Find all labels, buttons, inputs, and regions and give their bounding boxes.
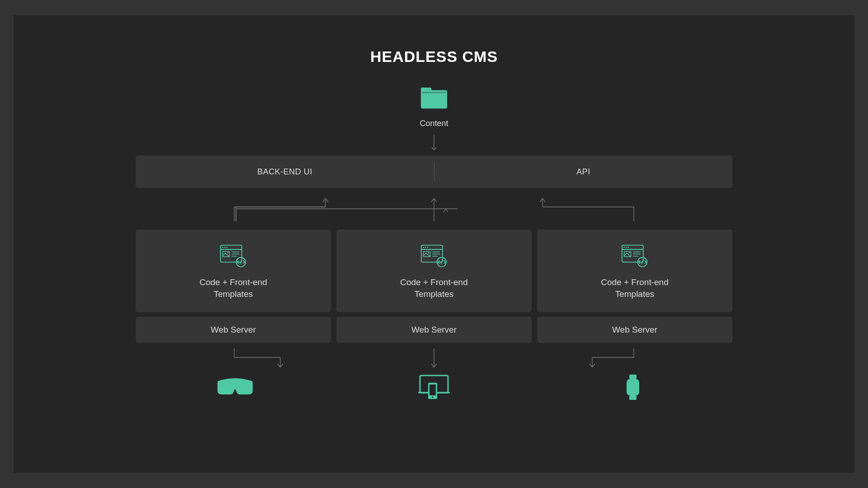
svg-point-12 bbox=[222, 247, 223, 248]
arrows-templates-to-backend bbox=[136, 196, 732, 221]
svg-point-25 bbox=[425, 247, 426, 248]
webserver-1: Web Server bbox=[136, 317, 331, 343]
svg-point-16 bbox=[227, 252, 228, 253]
content-node: Content bbox=[420, 84, 448, 153]
webserver-3: Web Server bbox=[537, 317, 732, 343]
svg-point-53 bbox=[432, 396, 434, 398]
template-card-2: Code + Front-end Templates bbox=[336, 230, 532, 312]
diagram-title: HEADLESS CMS bbox=[370, 48, 498, 66]
desktop-mobile-icon bbox=[417, 374, 451, 401]
svg-point-28 bbox=[428, 252, 429, 253]
card-1-line2: Templates bbox=[214, 289, 253, 299]
svg-rect-55 bbox=[627, 379, 639, 395]
backend-ui-label: BACK-END UI bbox=[136, 167, 434, 177]
card-2-line1: Code + Front-end bbox=[400, 277, 467, 287]
arrow-content-to-backend bbox=[431, 135, 437, 153]
svg-point-40 bbox=[629, 252, 630, 253]
svg-rect-10 bbox=[221, 245, 242, 263]
device-row bbox=[136, 374, 732, 401]
device-desktop-mobile-cell bbox=[335, 374, 533, 401]
template-code-icon bbox=[621, 244, 648, 267]
card-3-line1: Code + Front-end bbox=[601, 277, 668, 287]
card-2-line2: Templates bbox=[415, 289, 454, 299]
svg-point-38 bbox=[628, 247, 629, 248]
backend-api-label: API bbox=[434, 167, 732, 177]
card-1-line1: Code + Front-end bbox=[199, 277, 267, 287]
template-card-3-label: Code + Front-end Templates bbox=[601, 277, 668, 300]
svg-rect-34 bbox=[622, 245, 643, 263]
svg-point-13 bbox=[224, 247, 226, 248]
svg-rect-54 bbox=[629, 375, 637, 379]
template-card-1: Code + Front-end Templates bbox=[136, 230, 331, 312]
backend-bar: BACK-END UI API bbox=[136, 155, 732, 188]
vr-headset-icon bbox=[216, 377, 255, 397]
svg-rect-52 bbox=[429, 385, 436, 395]
template-cards-row: Code + Front-end Templates Co bbox=[136, 230, 732, 312]
webserver-2: Web Server bbox=[336, 317, 532, 343]
template-code-icon bbox=[420, 244, 448, 267]
svg-point-36 bbox=[623, 247, 625, 248]
svg-point-14 bbox=[226, 247, 228, 248]
svg-rect-56 bbox=[629, 395, 637, 400]
svg-point-24 bbox=[423, 247, 424, 248]
folder-icon bbox=[420, 84, 448, 110]
template-code-icon bbox=[220, 244, 247, 267]
svg-rect-2 bbox=[422, 92, 446, 93]
arrows-webserver-to-devices bbox=[136, 348, 732, 369]
template-card-3: Code + Front-end Templates bbox=[537, 230, 732, 312]
template-card-2-label: Code + Front-end Templates bbox=[400, 277, 467, 300]
svg-point-37 bbox=[626, 247, 627, 248]
webserver-row: Web Server Web Server Web Server bbox=[136, 317, 732, 343]
svg-rect-22 bbox=[421, 245, 443, 263]
diagram-canvas: HEADLESS CMS Content BACK-END UI API bbox=[14, 15, 854, 473]
template-card-1-label: Code + Front-end Templates bbox=[199, 277, 267, 300]
smartwatch-icon bbox=[625, 375, 641, 400]
svg-point-26 bbox=[427, 247, 429, 248]
device-vr-cell bbox=[136, 374, 335, 401]
content-label: Content bbox=[420, 119, 448, 128]
device-watch-cell bbox=[533, 374, 732, 401]
card-3-line2: Templates bbox=[615, 289, 655, 299]
